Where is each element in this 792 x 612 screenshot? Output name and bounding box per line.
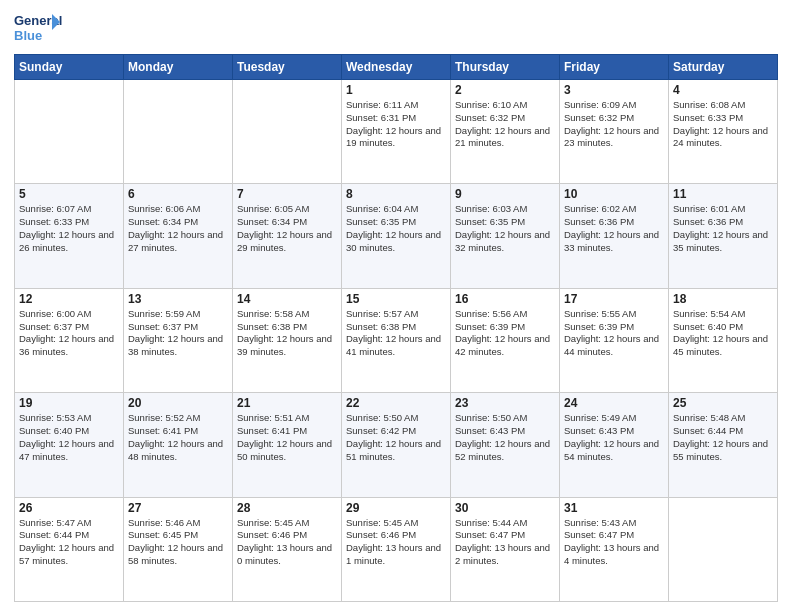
day-number: 15	[346, 292, 446, 306]
day-number: 24	[564, 396, 664, 410]
cell-content: Sunrise: 6:03 AM Sunset: 6:35 PM Dayligh…	[455, 203, 555, 254]
cell-content: Sunrise: 5:44 AM Sunset: 6:47 PM Dayligh…	[455, 517, 555, 568]
day-number: 27	[128, 501, 228, 515]
calendar-cell: 28Sunrise: 5:45 AM Sunset: 6:46 PM Dayli…	[233, 497, 342, 601]
day-number: 23	[455, 396, 555, 410]
cell-content: Sunrise: 5:45 AM Sunset: 6:46 PM Dayligh…	[237, 517, 337, 568]
cell-content: Sunrise: 6:04 AM Sunset: 6:35 PM Dayligh…	[346, 203, 446, 254]
weekday-header: Saturday	[669, 55, 778, 80]
calendar-cell: 15Sunrise: 5:57 AM Sunset: 6:38 PM Dayli…	[342, 288, 451, 392]
calendar-cell: 16Sunrise: 5:56 AM Sunset: 6:39 PM Dayli…	[451, 288, 560, 392]
calendar-cell: 29Sunrise: 5:45 AM Sunset: 6:46 PM Dayli…	[342, 497, 451, 601]
calendar-week-row: 19Sunrise: 5:53 AM Sunset: 6:40 PM Dayli…	[15, 393, 778, 497]
day-number: 9	[455, 187, 555, 201]
day-number: 13	[128, 292, 228, 306]
cell-content: Sunrise: 5:53 AM Sunset: 6:40 PM Dayligh…	[19, 412, 119, 463]
cell-content: Sunrise: 6:07 AM Sunset: 6:33 PM Dayligh…	[19, 203, 119, 254]
day-number: 22	[346, 396, 446, 410]
calendar-cell	[233, 80, 342, 184]
calendar-cell: 20Sunrise: 5:52 AM Sunset: 6:41 PM Dayli…	[124, 393, 233, 497]
logo: General Blue	[14, 10, 62, 46]
day-number: 1	[346, 83, 446, 97]
calendar-cell: 19Sunrise: 5:53 AM Sunset: 6:40 PM Dayli…	[15, 393, 124, 497]
day-number: 18	[673, 292, 773, 306]
day-number: 14	[237, 292, 337, 306]
calendar-week-row: 26Sunrise: 5:47 AM Sunset: 6:44 PM Dayli…	[15, 497, 778, 601]
day-number: 12	[19, 292, 119, 306]
day-number: 29	[346, 501, 446, 515]
day-number: 8	[346, 187, 446, 201]
calendar-cell: 25Sunrise: 5:48 AM Sunset: 6:44 PM Dayli…	[669, 393, 778, 497]
weekday-header: Thursday	[451, 55, 560, 80]
calendar-cell: 12Sunrise: 6:00 AM Sunset: 6:37 PM Dayli…	[15, 288, 124, 392]
day-number: 4	[673, 83, 773, 97]
calendar-cell: 13Sunrise: 5:59 AM Sunset: 6:37 PM Dayli…	[124, 288, 233, 392]
day-number: 16	[455, 292, 555, 306]
cell-content: Sunrise: 5:57 AM Sunset: 6:38 PM Dayligh…	[346, 308, 446, 359]
day-number: 6	[128, 187, 228, 201]
cell-content: Sunrise: 5:51 AM Sunset: 6:41 PM Dayligh…	[237, 412, 337, 463]
day-number: 11	[673, 187, 773, 201]
cell-content: Sunrise: 5:48 AM Sunset: 6:44 PM Dayligh…	[673, 412, 773, 463]
cell-content: Sunrise: 5:43 AM Sunset: 6:47 PM Dayligh…	[564, 517, 664, 568]
day-number: 17	[564, 292, 664, 306]
svg-text:Blue: Blue	[14, 28, 42, 43]
weekday-header: Sunday	[15, 55, 124, 80]
day-number: 28	[237, 501, 337, 515]
calendar-cell: 4Sunrise: 6:08 AM Sunset: 6:33 PM Daylig…	[669, 80, 778, 184]
day-number: 2	[455, 83, 555, 97]
cell-content: Sunrise: 6:06 AM Sunset: 6:34 PM Dayligh…	[128, 203, 228, 254]
calendar-header-row: SundayMondayTuesdayWednesdayThursdayFrid…	[15, 55, 778, 80]
calendar-week-row: 5Sunrise: 6:07 AM Sunset: 6:33 PM Daylig…	[15, 184, 778, 288]
cell-content: Sunrise: 5:49 AM Sunset: 6:43 PM Dayligh…	[564, 412, 664, 463]
day-number: 26	[19, 501, 119, 515]
calendar-cell: 1Sunrise: 6:11 AM Sunset: 6:31 PM Daylig…	[342, 80, 451, 184]
day-number: 30	[455, 501, 555, 515]
cell-content: Sunrise: 5:58 AM Sunset: 6:38 PM Dayligh…	[237, 308, 337, 359]
day-number: 7	[237, 187, 337, 201]
cell-content: Sunrise: 5:52 AM Sunset: 6:41 PM Dayligh…	[128, 412, 228, 463]
calendar-cell: 6Sunrise: 6:06 AM Sunset: 6:34 PM Daylig…	[124, 184, 233, 288]
cell-content: Sunrise: 6:00 AM Sunset: 6:37 PM Dayligh…	[19, 308, 119, 359]
calendar-cell: 9Sunrise: 6:03 AM Sunset: 6:35 PM Daylig…	[451, 184, 560, 288]
calendar-cell: 21Sunrise: 5:51 AM Sunset: 6:41 PM Dayli…	[233, 393, 342, 497]
day-number: 3	[564, 83, 664, 97]
cell-content: Sunrise: 5:45 AM Sunset: 6:46 PM Dayligh…	[346, 517, 446, 568]
cell-content: Sunrise: 6:09 AM Sunset: 6:32 PM Dayligh…	[564, 99, 664, 150]
cell-content: Sunrise: 5:56 AM Sunset: 6:39 PM Dayligh…	[455, 308, 555, 359]
cell-content: Sunrise: 6:02 AM Sunset: 6:36 PM Dayligh…	[564, 203, 664, 254]
calendar-cell	[124, 80, 233, 184]
cell-content: Sunrise: 6:01 AM Sunset: 6:36 PM Dayligh…	[673, 203, 773, 254]
cell-content: Sunrise: 6:08 AM Sunset: 6:33 PM Dayligh…	[673, 99, 773, 150]
cell-content: Sunrise: 6:11 AM Sunset: 6:31 PM Dayligh…	[346, 99, 446, 150]
calendar-cell: 18Sunrise: 5:54 AM Sunset: 6:40 PM Dayli…	[669, 288, 778, 392]
page-header: General Blue	[14, 10, 778, 46]
calendar-cell	[669, 497, 778, 601]
cell-content: Sunrise: 6:05 AM Sunset: 6:34 PM Dayligh…	[237, 203, 337, 254]
calendar-cell: 22Sunrise: 5:50 AM Sunset: 6:42 PM Dayli…	[342, 393, 451, 497]
weekday-header: Wednesday	[342, 55, 451, 80]
calendar-week-row: 1Sunrise: 6:11 AM Sunset: 6:31 PM Daylig…	[15, 80, 778, 184]
calendar-cell: 2Sunrise: 6:10 AM Sunset: 6:32 PM Daylig…	[451, 80, 560, 184]
cell-content: Sunrise: 5:59 AM Sunset: 6:37 PM Dayligh…	[128, 308, 228, 359]
logo-svg: General Blue	[14, 10, 62, 46]
day-number: 19	[19, 396, 119, 410]
calendar-cell: 17Sunrise: 5:55 AM Sunset: 6:39 PM Dayli…	[560, 288, 669, 392]
calendar-cell: 23Sunrise: 5:50 AM Sunset: 6:43 PM Dayli…	[451, 393, 560, 497]
calendar-cell: 26Sunrise: 5:47 AM Sunset: 6:44 PM Dayli…	[15, 497, 124, 601]
calendar-week-row: 12Sunrise: 6:00 AM Sunset: 6:37 PM Dayli…	[15, 288, 778, 392]
cell-content: Sunrise: 5:54 AM Sunset: 6:40 PM Dayligh…	[673, 308, 773, 359]
calendar-cell: 30Sunrise: 5:44 AM Sunset: 6:47 PM Dayli…	[451, 497, 560, 601]
weekday-header: Friday	[560, 55, 669, 80]
calendar-cell: 5Sunrise: 6:07 AM Sunset: 6:33 PM Daylig…	[15, 184, 124, 288]
day-number: 10	[564, 187, 664, 201]
calendar-cell: 14Sunrise: 5:58 AM Sunset: 6:38 PM Dayli…	[233, 288, 342, 392]
day-number: 31	[564, 501, 664, 515]
calendar-table: SundayMondayTuesdayWednesdayThursdayFrid…	[14, 54, 778, 602]
weekday-header: Tuesday	[233, 55, 342, 80]
cell-content: Sunrise: 5:55 AM Sunset: 6:39 PM Dayligh…	[564, 308, 664, 359]
calendar-cell	[15, 80, 124, 184]
calendar-cell: 27Sunrise: 5:46 AM Sunset: 6:45 PM Dayli…	[124, 497, 233, 601]
calendar-cell: 3Sunrise: 6:09 AM Sunset: 6:32 PM Daylig…	[560, 80, 669, 184]
cell-content: Sunrise: 5:47 AM Sunset: 6:44 PM Dayligh…	[19, 517, 119, 568]
